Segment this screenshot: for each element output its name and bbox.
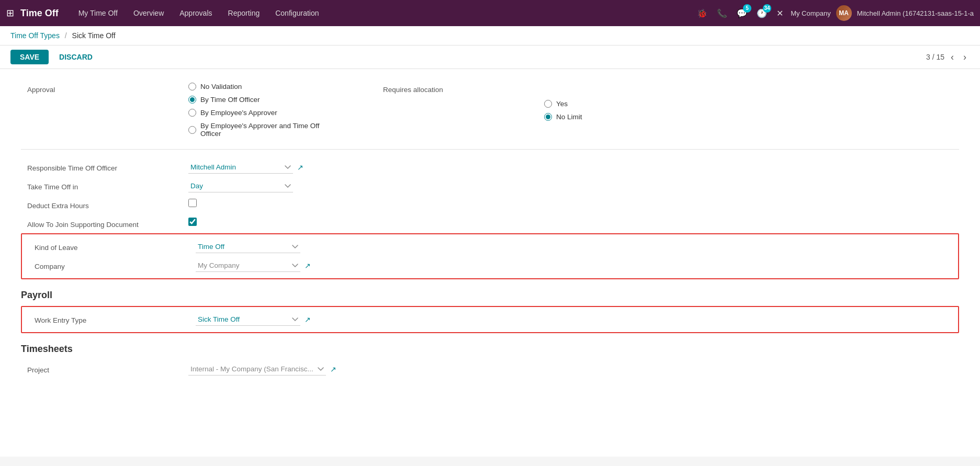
allocation-radio-group: Yes No Limit — [544, 100, 582, 121]
take-time-off-value: Day Half Day Hour — [188, 180, 959, 192]
pagination-info: 3 / 15 — [926, 53, 944, 61]
project-row: Project Internal - My Company (San Franc… — [21, 360, 959, 379]
form-toolbar: SAVE DISCARD 3 / 15 ‹ › — [0, 46, 980, 69]
pagination: 3 / 15 ‹ › — [926, 51, 970, 64]
allocation-value: Yes No Limit — [544, 83, 959, 138]
approval-by-approver-label: By Employee's Approver — [200, 109, 277, 117]
company-label: Company — [28, 259, 196, 270]
discard-button[interactable]: DISCARD — [53, 50, 99, 64]
approval-section: Approval No Validation By Time Off Offic… — [21, 79, 959, 141]
take-time-off-label: Take Time Off in — [21, 180, 188, 191]
top-navigation: ⊞ Time Off My Time Off Overview Approval… — [0, 0, 980, 26]
allow-supporting-doc-row: Allow To Join Supporting Document — [21, 214, 959, 233]
username-label: Mitchell Admin (16742131-saas-15-1-a — [857, 9, 974, 17]
approval-radio-no-validation[interactable] — [188, 83, 196, 90]
payroll-heading: Payroll — [21, 290, 959, 301]
allow-supporting-doc-label: Allow To Join Supporting Document — [21, 218, 188, 229]
responsible-officer-external-link[interactable]: ↗ — [297, 163, 303, 172]
approval-option-by-approver[interactable]: By Employee's Approver — [188, 109, 319, 117]
approval-option-by-both[interactable]: By Employee's Approver and Time OffOffic… — [188, 122, 319, 138]
approval-option-by-officer[interactable]: By Time Off Officer — [188, 96, 319, 104]
clock-icon[interactable]: 🕐 34 — [754, 6, 769, 20]
topnav-right-section: 🐞 📞 💬 5 🕐 34 ✕ My Company MA Mitchell Ad… — [695, 5, 974, 21]
allow-supporting-doc-value — [188, 218, 959, 226]
work-entry-type-select[interactable]: Sick Time Off — [196, 313, 300, 326]
avatar[interactable]: MA — [836, 5, 852, 21]
phone-icon[interactable]: 📞 — [715, 6, 729, 20]
menu-item-overview[interactable]: Overview — [126, 6, 171, 20]
responsible-officer-row: Responsible Time Off Officer Mitchell Ad… — [21, 158, 959, 177]
project-value: Internal - My Company (San Francisc... ↗ — [188, 363, 959, 376]
company-external-link[interactable]: ↗ — [305, 262, 311, 270]
take-time-off-row: Take Time Off in Day Half Day Hour — [21, 177, 959, 196]
approval-option-no-validation[interactable]: No Validation — [188, 83, 319, 90]
menu-item-configuration[interactable]: Configuration — [268, 6, 326, 20]
allocation-radio-no-limit[interactable] — [544, 113, 552, 121]
responsible-officer-select[interactable]: Mitchell Admin — [188, 161, 293, 174]
allocation-radio-yes[interactable] — [544, 100, 552, 108]
menu-item-approvals[interactable]: Approvals — [172, 6, 219, 20]
work-entry-type-external-link[interactable]: ↗ — [305, 315, 311, 324]
pagination-prev-button[interactable]: ‹ — [948, 51, 957, 64]
close-icon[interactable]: ✕ — [774, 6, 785, 20]
approval-radio-by-approver[interactable] — [188, 109, 196, 117]
approval-left: Approval No Validation By Time Off Offic… — [21, 83, 377, 138]
project-external-link[interactable]: ↗ — [330, 365, 336, 373]
company-value: My Company ↗ — [196, 259, 952, 272]
company-row: Company My Company ↗ — [28, 256, 952, 275]
deduct-extra-hours-label: Deduct Extra Hours — [21, 199, 188, 210]
bug-icon[interactable]: 🐞 — [695, 6, 709, 20]
approval-radio-by-both[interactable] — [188, 126, 196, 134]
divider-1 — [21, 149, 959, 150]
kind-of-leave-label: Kind of Leave — [28, 241, 196, 252]
timesheets-heading: Timesheets — [21, 344, 959, 355]
breadcrumb-parent-link[interactable]: Time Off Types — [10, 31, 60, 40]
kind-of-leave-select[interactable]: Time Off Other — [196, 241, 300, 253]
menu-item-reporting[interactable]: Reporting — [221, 6, 267, 20]
breadcrumb: Time Off Types / Sick Time Off — [0, 26, 980, 46]
allocation-option-no-limit[interactable]: No Limit — [544, 113, 582, 121]
chat-badge: 5 — [743, 4, 751, 13]
approval-label: Approval — [21, 83, 188, 138]
work-entry-type-value: Sick Time Off ↗ — [196, 313, 952, 326]
allocation-yes-label: Yes — [556, 100, 568, 108]
allocation-right: Requires allocation Yes No Limit — [377, 83, 959, 138]
project-select[interactable]: Internal - My Company (San Francisc... — [188, 363, 326, 376]
grid-icon[interactable]: ⊞ — [6, 7, 14, 19]
approval-by-officer-label: By Time Off Officer — [200, 96, 260, 104]
allocation-no-limit-label: No Limit — [556, 113, 582, 121]
deduct-extra-hours-value — [188, 199, 959, 207]
company-selector[interactable]: My Company — [791, 9, 831, 17]
main-content: Approval No Validation By Time Off Offic… — [0, 69, 980, 457]
allow-supporting-doc-checkbox[interactable] — [188, 218, 197, 226]
work-entry-type-bordered-section: Work Entry Type Sick Time Off ↗ — [21, 306, 959, 333]
chat-icon[interactable]: 💬 5 — [735, 6, 749, 20]
menu-item-my-time-off[interactable]: My Time Off — [71, 6, 125, 20]
clock-badge: 34 — [763, 4, 771, 13]
deduct-extra-hours-checkbox[interactable] — [188, 199, 197, 207]
save-button[interactable]: SAVE — [10, 50, 49, 64]
take-time-off-select[interactable]: Day Half Day Hour — [188, 180, 293, 192]
approval-radio-group: No Validation By Time Off Officer By Emp… — [188, 83, 319, 138]
app-title: Time Off — [20, 8, 59, 19]
allocation-option-yes[interactable]: Yes — [544, 100, 582, 108]
approval-no-validation-label: No Validation — [200, 83, 242, 90]
deduct-extra-hours-row: Deduct Extra Hours — [21, 196, 959, 214]
kind-of-leave-value: Time Off Other — [196, 241, 952, 253]
allocation-label: Requires allocation — [377, 83, 544, 138]
breadcrumb-current: Sick Time Off — [72, 31, 116, 40]
company-select[interactable]: My Company — [196, 259, 300, 272]
pagination-next-button[interactable]: › — [960, 51, 970, 64]
approval-radio-by-officer[interactable] — [188, 96, 196, 104]
responsible-officer-label: Responsible Time Off Officer — [21, 161, 188, 172]
project-label: Project — [21, 363, 188, 374]
work-entry-type-label: Work Entry Type — [28, 313, 196, 324]
top-menu: My Time Off Overview Approvals Reporting… — [71, 6, 693, 20]
work-entry-type-row: Work Entry Type Sick Time Off ↗ — [28, 310, 952, 329]
responsible-officer-value: Mitchell Admin ↗ — [188, 161, 959, 174]
kind-of-leave-row: Kind of Leave Time Off Other — [28, 237, 952, 256]
breadcrumb-separator: / — [65, 31, 67, 40]
kind-of-leave-bordered-section: Kind of Leave Time Off Other Company My … — [21, 233, 959, 279]
approval-by-both-label: By Employee's Approver and Time OffOffic… — [200, 122, 319, 138]
approval-value: No Validation By Time Off Officer By Emp… — [188, 83, 377, 138]
